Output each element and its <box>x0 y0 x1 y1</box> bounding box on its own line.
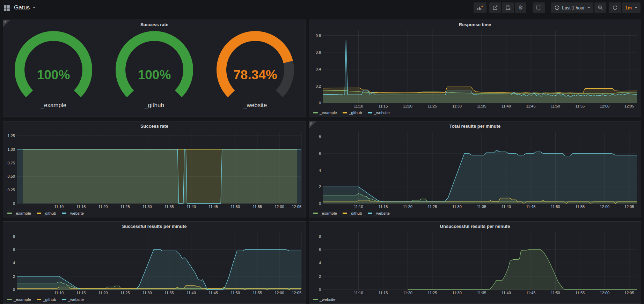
legend-item-_website[interactable]: _website <box>62 297 84 302</box>
legend-item-_github[interactable]: _github <box>343 111 362 115</box>
legend-swatch <box>62 299 66 300</box>
panel-title[interactable]: Successful results per minute <box>3 222 306 230</box>
svg-text:1.00: 1.00 <box>8 147 15 151</box>
legend-label: _website <box>68 211 84 215</box>
tv-mode-button[interactable] <box>533 2 545 13</box>
chart-response-time[interactable]: 11:1011:1511:2011:2511:3011:3511:4011:45… <box>310 28 639 109</box>
gear-icon: ⚙ <box>518 5 523 10</box>
legend-item-_website[interactable]: _website <box>313 297 335 302</box>
gauge-label: _example <box>41 102 66 109</box>
zoom-out-button[interactable] <box>594 2 606 13</box>
panel-unsuccessful-results: Unsuccessful results per minute 11:1011:… <box>309 221 641 304</box>
chart-unsuccessful-results[interactable]: 11:1011:1511:2011:2511:3011:3511:4011:45… <box>310 230 639 296</box>
svg-text:11:25: 11:25 <box>428 104 437 108</box>
save-button[interactable] <box>502 2 514 13</box>
svg-text:11:55: 11:55 <box>253 291 262 295</box>
chart-successful-results[interactable]: 11:1011:1511:2011:2511:3011:3511:4011:45… <box>5 230 304 296</box>
legend-swatch <box>37 299 41 300</box>
svg-text:2: 2 <box>13 274 15 279</box>
add-panel-button[interactable] <box>474 2 486 13</box>
svg-text:11:15: 11:15 <box>76 291 86 295</box>
legend-item-_website[interactable]: _website <box>368 211 390 215</box>
time-range-button[interactable]: Last 1 hour <box>551 2 593 13</box>
refresh-interval-label: 1m <box>625 5 632 10</box>
legend-item-_example[interactable]: _example <box>313 211 337 215</box>
svg-text:11:50: 11:50 <box>230 205 240 209</box>
gauge-label: _github <box>145 102 164 109</box>
chart-total-results[interactable]: 11:1011:1511:2011:2511:3011:3511:4011:45… <box>310 129 639 209</box>
svg-text:11:50: 11:50 <box>551 291 560 295</box>
dashboards-grid-icon[interactable] <box>3 5 10 11</box>
legend: _website <box>309 296 641 303</box>
legend-item-_website[interactable]: _website <box>368 111 390 115</box>
svg-text:8: 8 <box>319 234 321 238</box>
legend: _example_github_website <box>3 209 306 217</box>
svg-text:12:05: 12:05 <box>624 205 634 209</box>
plot: 11:1011:1511:2011:2511:3011:3511:4011:45… <box>310 230 639 296</box>
legend-item-_example[interactable]: _example <box>313 111 337 115</box>
svg-text:12:05: 12:05 <box>292 205 301 209</box>
svg-text:11:20: 11:20 <box>403 291 412 295</box>
svg-text:11:15: 11:15 <box>76 205 86 209</box>
svg-text:11:35: 11:35 <box>164 205 174 209</box>
panel-title[interactable]: Success rate <box>3 121 306 129</box>
legend-item-_github[interactable]: _github <box>343 211 362 215</box>
svg-text:11:55: 11:55 <box>576 205 585 209</box>
save-icon <box>505 5 511 10</box>
svg-text:11:45: 11:45 <box>208 291 218 295</box>
chevron-down-icon[interactable] <box>33 7 36 8</box>
time-range-label: Last 1 hour <box>562 5 585 10</box>
legend-swatch <box>313 213 318 214</box>
svg-text:11:30: 11:30 <box>452 104 462 108</box>
legend-swatch <box>368 112 372 113</box>
svg-text:12:00: 12:00 <box>600 205 610 209</box>
legend-item-_example[interactable]: _example <box>7 211 31 215</box>
svg-text:12:00: 12:00 <box>275 205 284 209</box>
legend-label: _website <box>68 297 84 302</box>
svg-text:12:00: 12:00 <box>600 104 610 108</box>
refresh-interval-button[interactable]: 1m <box>622 2 641 13</box>
gauge-_website: 78.34%_website <box>205 29 306 117</box>
panel-title[interactable]: Success rate <box>3 20 306 28</box>
svg-text:11:30: 11:30 <box>452 291 462 295</box>
legend-label: _example <box>14 297 31 302</box>
svg-text:0: 0 <box>319 201 321 206</box>
navbar: Gatus ⚙ <box>0 0 644 15</box>
svg-text:0.50: 0.50 <box>8 174 15 178</box>
panel-info-icon[interactable]: i <box>309 121 316 128</box>
svg-text:12:05: 12:05 <box>624 291 634 295</box>
svg-text:11:40: 11:40 <box>186 291 196 295</box>
plot: 11:1011:1511:2011:2511:3011:3511:4011:45… <box>310 28 639 109</box>
legend-swatch <box>313 299 318 300</box>
svg-text:0.8: 0.8 <box>316 34 321 38</box>
chart-success-rate[interactable]: 11:1011:1511:2011:2511:3011:3511:4011:45… <box>5 129 304 209</box>
settings-button[interactable]: ⚙ <box>515 2 526 13</box>
panel-title[interactable]: Total results per minute <box>309 121 641 129</box>
legend-label: _github <box>43 211 56 215</box>
svg-text:6: 6 <box>13 247 15 252</box>
dashboard-title[interactable]: Gatus <box>14 4 30 11</box>
legend-item-_github[interactable]: _github <box>37 211 56 215</box>
svg-text:11:35: 11:35 <box>477 205 486 209</box>
svg-text:11:20: 11:20 <box>403 104 412 108</box>
panel-info-icon[interactable]: i <box>3 20 10 27</box>
svg-text:2: 2 <box>319 185 321 189</box>
svg-text:11:35: 11:35 <box>477 104 486 108</box>
legend-item-_example[interactable]: _example <box>7 297 31 302</box>
panel-title[interactable]: Unsuccessful results per minute <box>309 222 641 230</box>
panel-title[interactable]: Response time <box>309 20 641 28</box>
svg-text:2: 2 <box>319 274 321 279</box>
svg-text:11:25: 11:25 <box>428 291 437 295</box>
share-button[interactable] <box>489 2 501 13</box>
svg-text:11:10: 11:10 <box>354 205 363 209</box>
svg-text:12:05: 12:05 <box>624 104 634 108</box>
legend-item-_website[interactable]: _website <box>62 211 84 215</box>
legend-item-_github[interactable]: _github <box>37 297 56 302</box>
legend-label: _website <box>374 211 390 215</box>
gauges: 100%_example100%_github78.34%_website <box>3 28 306 117</box>
svg-text:11:20: 11:20 <box>98 291 108 295</box>
tv-mode-icon <box>536 5 542 10</box>
plot: 11:1011:1511:2011:2511:3011:3511:4011:45… <box>310 129 639 209</box>
refresh-button[interactable] <box>609 2 621 13</box>
gauge-arc: 100% <box>4 29 103 103</box>
